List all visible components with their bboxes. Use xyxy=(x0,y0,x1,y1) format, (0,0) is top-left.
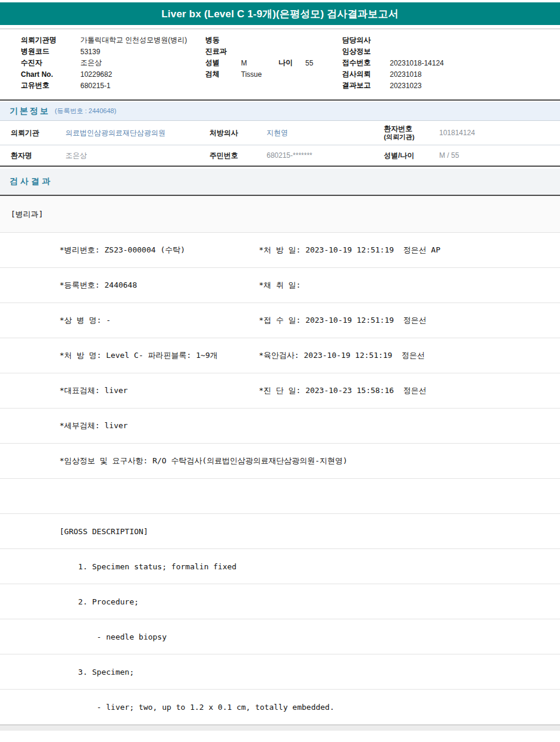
result-row: *상 병 명: - *접 수 일: 2023-10-19 12:51:19 정은… xyxy=(0,303,560,338)
field-label: 의뢰기관명 xyxy=(21,35,80,45)
department-name: [병리과] xyxy=(11,209,43,220)
field-value: 55 xyxy=(305,59,313,67)
field-value: 20231023 xyxy=(390,82,421,90)
field-value: 20231018-14124 xyxy=(390,59,444,67)
result-left: *병리번호: ZS23-000004 (수탁) xyxy=(60,245,185,255)
field-value: Tissue xyxy=(241,70,262,79)
result-row: - needle biopsy xyxy=(0,619,560,654)
footer-strip xyxy=(0,725,560,731)
field-label: 접수번호 xyxy=(342,58,390,68)
result-row: [GROSS DESCRIPTION] xyxy=(0,514,560,549)
field-value: 지현영 xyxy=(267,128,288,138)
result-row: *세부검체: liver xyxy=(0,409,560,444)
result-row: *등록번호: 2440648 *채 취 일: xyxy=(0,268,560,303)
result-left: 1. Specimen status; formalin fixed xyxy=(60,562,236,571)
field-label-line2: (의뢰기관) xyxy=(384,133,414,141)
result-row: - liver; two, up to 1.2 x 0.1 cm, totall… xyxy=(0,690,560,725)
field-label: 검사의뢰 xyxy=(342,69,390,79)
field-accession-no: 접수번호 20231018-14124 xyxy=(342,57,444,68)
field-label: 성별 xyxy=(205,58,241,68)
report-title: Liver bx (Level C 1-9개)(은평성모) 검사결과보고서 xyxy=(161,7,398,21)
result-row: *병리번호: ZS23-000004 (수탁) *처 방 일: 2023-10-… xyxy=(0,233,560,268)
field-patient-name: 수진자 조은상 xyxy=(21,57,187,68)
result-left: *대표검체: liver xyxy=(60,385,128,396)
field-sex-age: 성별 M 나이 55 xyxy=(205,57,313,68)
field-label: 병원코드 xyxy=(21,46,80,57)
field-label: 진료과 xyxy=(205,46,241,57)
result-left: *세부검체: liver xyxy=(60,420,128,431)
report-title-bar: Liver bx (Level C 1-9개)(은평성모) 검사결과보고서 xyxy=(0,2,560,25)
field-value: 101814124 xyxy=(439,129,475,137)
patient-header: 의뢰기관명 가톨릭대학교 인천성모병원(병리) 병원코드 53139 수진자 조… xyxy=(0,29,560,101)
results-section-header: 검사결과 xyxy=(0,169,560,196)
basic-info-title: 기본정보 xyxy=(10,106,50,117)
result-row: 1. Specimen status; formalin fixed xyxy=(0,549,560,584)
field-value: 680215-1 xyxy=(80,82,111,90)
result-left: 3. Specimen; xyxy=(60,668,134,676)
patient-header-left-column: 의뢰기관명 가톨릭대학교 인천성모병원(병리) 병원코드 53139 수진자 조… xyxy=(21,35,187,91)
result-left: *임상정보 및 요구사항: R/O 수탁검사(의료법인삼광의료재단삼광의원-지현… xyxy=(60,456,348,466)
result-left: *처 방 명: Level C- 파라핀블록: 1~9개 xyxy=(60,350,218,361)
field-value: 20231018 xyxy=(390,70,421,79)
result-right: *채 취 일: xyxy=(259,280,301,291)
field-label: 임상정보 xyxy=(342,46,390,57)
field-label: 수진자 xyxy=(21,58,80,68)
result-right: *진 단 일: 2023-10-23 15:58:16 정은선 xyxy=(259,385,427,396)
patient-header-middle-column: 병동 진료과 성별 M 나이 55 검체 Tissue xyxy=(205,35,313,80)
field-specimen: 검체 Tissue xyxy=(205,68,313,80)
field-label: 결과보고 xyxy=(342,80,390,91)
field-value: 조은상 xyxy=(65,151,87,161)
field-value: 의료법인삼광의료재단삼광의원 xyxy=(65,128,165,138)
result-right: *처 방 일: 2023-10-19 12:51:19 정은선 AP xyxy=(259,245,440,255)
field-label: 의뢰기관 xyxy=(11,128,39,138)
field-value: 680215-******* xyxy=(267,151,312,160)
field-clinical-info: 임상정보 xyxy=(342,46,444,57)
basic-info-registration-no: (등록번호 : 2440648) xyxy=(55,107,116,116)
field-attending-doctor: 담당의사 xyxy=(342,35,444,46)
field-chart-no: Chart No. 10229682 xyxy=(21,68,187,80)
result-left: [GROSS DESCRIPTION] xyxy=(60,527,148,536)
field-value: 조은상 xyxy=(80,58,102,68)
field-label: 환자명 xyxy=(11,151,32,161)
field-label: Chart No. xyxy=(21,70,80,79)
results-department-row: [병리과] xyxy=(0,196,560,233)
result-row xyxy=(0,479,560,514)
result-right: *육안검사: 2023-10-19 12:51:19 정은선 xyxy=(259,350,425,361)
result-row: *처 방 명: Level C- 파라핀블록: 1~9개 *육안검사: 2023… xyxy=(0,338,560,373)
field-value: 53139 xyxy=(80,48,100,56)
result-row: 2. Procedure; xyxy=(0,584,560,619)
field-label: 처방의사 xyxy=(209,128,238,138)
field-label-line1: 환자번호 xyxy=(384,124,414,133)
field-label: 고유번호 xyxy=(21,80,80,91)
result-left: - needle biopsy xyxy=(60,632,167,641)
results-title: 검사결과 xyxy=(10,176,52,187)
result-row: *대표검체: liver *진 단 일: 2023-10-23 15:58:16… xyxy=(0,373,560,409)
basic-info-section-header: 기본정보 (등록번호 : 2440648) xyxy=(0,102,560,121)
field-ward: 병동 xyxy=(205,35,313,46)
result-row: *임상정보 및 요구사항: R/O 수탁검사(의료법인삼광의료재단삼광의원-지현… xyxy=(0,444,560,479)
basic-info-row: 의뢰기관 의료법인삼광의료재단삼광의원 처방의사 지현영 환자번호 (의뢰기관)… xyxy=(0,121,560,145)
patient-header-right-column: 담당의사 임상정보 접수번호 20231018-14124 검사의뢰 20231… xyxy=(342,35,444,91)
field-label: 담당의사 xyxy=(342,35,390,45)
result-left: *상 병 명: - xyxy=(60,315,111,326)
field-value: M / 55 xyxy=(439,151,459,160)
field-department: 진료과 xyxy=(205,46,313,57)
field-label: 성별/나이 xyxy=(384,151,414,161)
field-value: M xyxy=(241,59,279,67)
result-left: *등록번호: 2440648 xyxy=(60,280,137,291)
field-hospital-code: 병원코드 53139 xyxy=(21,46,187,57)
field-label: 주민번호 xyxy=(209,151,238,161)
field-report-date: 결과보고 20231023 xyxy=(342,80,444,91)
field-label: 검체 xyxy=(205,69,241,79)
field-label: 병동 xyxy=(205,35,241,45)
result-left: - liver; two, up to 1.2 x 0.1 cm, totall… xyxy=(60,703,334,712)
result-row: 3. Specimen; xyxy=(0,654,560,690)
field-unique-id: 고유번호 680215-1 xyxy=(21,80,187,91)
field-referring-org: 의뢰기관명 가톨릭대학교 인천성모병원(병리) xyxy=(21,35,187,46)
field-request-date: 검사의뢰 20231018 xyxy=(342,68,444,80)
field-label: 나이 xyxy=(279,58,305,68)
field-value: 10229682 xyxy=(80,70,112,79)
result-left: 2. Procedure; xyxy=(60,597,139,606)
field-label: 환자번호 (의뢰기관) xyxy=(384,124,414,141)
result-right: *접 수 일: 2023-10-19 12:51:19 정은선 xyxy=(259,315,427,326)
